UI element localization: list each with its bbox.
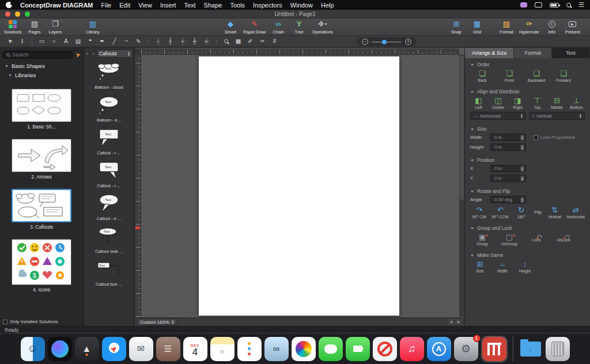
chat-icon[interactable] — [520, 2, 527, 7]
menu-edit[interactable]: Edit — [119, 2, 130, 9]
tab-arrange-size[interactable]: Arrange & Size — [465, 48, 514, 58]
section-basic-shapes[interactable]: ▼ Basic Shapes — [0, 61, 83, 70]
scroll-right-button[interactable]: ▸ — [455, 319, 462, 325]
chain-button[interactable]: ∞ Chain — [268, 19, 288, 35]
menu-file[interactable]: File — [101, 2, 112, 9]
rectangle-tool[interactable]: ▭ — [36, 37, 47, 46]
dock-contacts-icon[interactable]: ☰ — [156, 337, 180, 361]
operations-button[interactable]: ❖▾ Operations — [310, 19, 335, 35]
ungroup-button[interactable]: ▢UnGroup — [497, 233, 521, 246]
section-make-same-header[interactable]: ▼Make Same — [470, 252, 585, 258]
dock-system-preferences-icon[interactable]: ⚙1 — [454, 337, 478, 361]
align-left-button[interactable]: ◧Left — [470, 96, 487, 109]
comment-tool[interactable]: ❝ — [85, 37, 96, 46]
order-front-button[interactable]: ❏Front — [497, 69, 521, 82]
position-y-field[interactable]: 0 in▲▼ — [490, 175, 526, 182]
text-frame-tool[interactable]: ▤ — [73, 37, 84, 46]
node-tool[interactable]: ╋ — [189, 37, 200, 46]
group-button[interactable]: ▣Group — [470, 233, 494, 246]
section-order-header[interactable]: ▼Order — [470, 62, 585, 67]
menu-shape[interactable]: Shape — [204, 2, 222, 9]
width-field[interactable]: 0 in▲▼ — [490, 134, 526, 141]
eyedropper-tool[interactable]: ✐ — [245, 37, 256, 46]
zoom-tool[interactable] — [221, 37, 232, 46]
library-shape-callout-ellipse[interactable]: Text Callout - e ... — [94, 193, 123, 221]
display-icon[interactable] — [535, 2, 542, 7]
dock-facetime-icon[interactable] — [346, 337, 370, 361]
dock-trash-icon[interactable] — [546, 337, 570, 361]
dock-downloads-icon[interactable]: ↓ — [519, 337, 543, 361]
tab-text[interactable]: Text — [552, 48, 590, 58]
library-shape-callout-box[interactable]: Text Callout box ... — [94, 259, 123, 287]
only-installed-solutions[interactable]: Only Installed Solutions — [3, 319, 58, 324]
tree-button[interactable]: Y Tree — [289, 19, 309, 35]
split-connector-tool[interactable]: ╪ — [201, 37, 212, 46]
rotate-90-cw-button[interactable]: ↷90° CW — [470, 206, 488, 219]
align-right-button[interactable]: ◨Right — [509, 96, 526, 109]
solutions-pointer-icon[interactable]: ➤ — [74, 50, 82, 59]
menu-insert[interactable]: Insert — [160, 2, 176, 9]
dock-photos-icon[interactable] — [292, 337, 316, 361]
horizontal-ruler[interactable] — [141, 48, 459, 55]
battery-icon[interactable] — [550, 3, 559, 7]
section-group-header[interactable]: ▼Group and Lock — [470, 225, 585, 231]
lock-button[interactable]: Lock — [524, 237, 549, 242]
make-same-height-button[interactable]: ↕Height — [515, 260, 535, 273]
library-button[interactable]: ▥ Library — [83, 19, 103, 35]
ruler-marker[interactable] — [135, 226, 140, 229]
distribute-horizontal-dropdown[interactable]: ↔ Horizontal ▲▼ — [470, 112, 526, 120]
dock-do-not-enter-icon[interactable] — [373, 337, 397, 361]
order-back-button[interactable]: ❏Back — [470, 69, 494, 82]
menu-text[interactable]: Text — [184, 2, 195, 9]
ellipse-tool[interactable]: ○ — [48, 37, 59, 46]
rotate-180-button[interactable]: ↻180° — [512, 206, 530, 219]
library-preview-callouts[interactable] — [12, 189, 71, 222]
library-shape-callout-rect-2[interactable]: Text Callout - r ... — [94, 160, 123, 188]
section-align-header[interactable]: ▼Align and Distribute — [470, 89, 585, 94]
only-installed-checkbox[interactable] — [3, 320, 7, 324]
dock-reminders-icon[interactable] — [237, 337, 262, 361]
pages-button[interactable]: ▤ Pages — [25, 19, 44, 35]
vertical-ruler[interactable] — [135, 55, 141, 317]
stepper-icon[interactable]: ▲▼ — [520, 197, 524, 203]
make-same-width-button[interactable]: ↔Width — [493, 260, 512, 273]
align-center-button[interactable]: ◫Center — [490, 96, 506, 109]
spotlight-search-icon[interactable] — [566, 3, 571, 7]
zoom-in-button[interactable]: + — [405, 39, 411, 45]
app-menu[interactable]: ConceptDraw DIAGRAM — [20, 2, 93, 9]
connector-tool[interactable]: ┼ — [153, 37, 164, 46]
library-shape-callout-rect-1[interactable]: Text Callout - r ... — [94, 127, 123, 156]
smart-button[interactable]: ◆ Smart — [221, 19, 240, 35]
pointer-tool[interactable]: ➤ — [5, 37, 16, 46]
style-brush-tool[interactable]: ✑ — [257, 37, 268, 46]
flip-vertical-button[interactable]: ⇅Vertical — [546, 206, 563, 219]
text-tool[interactable]: A — [60, 37, 71, 46]
distribute-vertical-dropdown[interactable]: ↕ Vertical ▲▼ — [529, 112, 585, 120]
smart-connector-tool[interactable]: ╂ — [165, 37, 176, 46]
library-preview-basic-shapes[interactable] — [12, 89, 71, 122]
dock-music-icon[interactable]: ♫ — [400, 337, 424, 361]
scroll-left-button[interactable]: ◂ — [448, 319, 455, 325]
dock-conceptdraw-icon[interactable] — [482, 337, 506, 361]
dock-safari-icon[interactable]: ➤ — [102, 337, 126, 361]
search-input[interactable] — [12, 52, 69, 58]
section-size-header[interactable]: ▼Size — [470, 126, 585, 132]
section-libraries[interactable]: ▼ Libraries — [0, 70, 83, 79]
library-shape-balloon-ellipse[interactable]: Text Balloon - e... — [94, 94, 123, 123]
library-selector-dropdown[interactable]: Callouts ▲▼ — [97, 50, 133, 58]
library-preview-arrows[interactable] — [12, 139, 71, 172]
angle-field[interactable]: 0.00 deg▲▼ — [490, 196, 526, 203]
stepper-icon[interactable]: ▲▼ — [520, 145, 524, 150]
apple-menu-icon[interactable] — [6, 2, 12, 8]
height-field[interactable]: 0 in▲▼ — [490, 143, 526, 151]
present-button[interactable]: ▶ Present — [563, 19, 583, 35]
dock-finder-icon[interactable]: ☺ — [21, 337, 45, 361]
pen-tool[interactable]: ✒ — [97, 37, 108, 46]
library-preview-icons[interactable]: $ — [12, 239, 71, 285]
dock-notes-icon[interactable]: ≡ — [210, 337, 235, 361]
menu-view[interactable]: View — [138, 2, 152, 9]
tab-format[interactable]: Format — [514, 48, 552, 58]
text-select-tool[interactable]: I — [17, 37, 28, 46]
grid-button[interactable]: ▦ Grid — [467, 19, 487, 35]
align-middle-button[interactable]: ⊟Middle — [549, 96, 565, 109]
